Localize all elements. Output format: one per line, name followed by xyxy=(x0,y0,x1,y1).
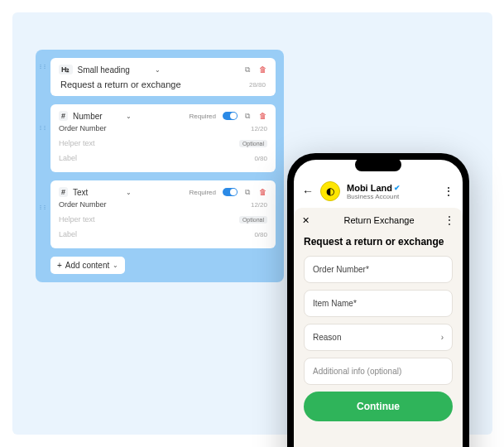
business-subtitle: Business Account xyxy=(347,193,401,200)
heading-block-card[interactable]: H₂ Small heading ⌄ ⧉ 🗑 Request a return … xyxy=(50,58,276,96)
editor-canvas: H₂ Small heading ⌄ ⧉ 🗑 Request a return … xyxy=(12,12,492,435)
drag-handle-icon[interactable] xyxy=(38,205,46,209)
char-counter: 12/20 xyxy=(251,201,267,209)
heading-level-badge: H₂ xyxy=(59,65,73,74)
phone-screen: ← ◐ Mobi Land ✔ Business Account ⋮ ✕ Ret… xyxy=(294,160,463,447)
chevron-down-icon[interactable]: ⌄ xyxy=(126,189,132,196)
chevron-right-icon: › xyxy=(441,333,444,342)
more-icon[interactable]: ⋮ xyxy=(443,185,454,198)
helper-text-input[interactable]: Helper text xyxy=(59,215,236,223)
drag-handle-icon[interactable] xyxy=(38,126,46,130)
trash-icon[interactable]: 🗑 xyxy=(257,65,267,74)
additional-info-field[interactable]: Additional info (optional) xyxy=(304,358,453,385)
copy-icon[interactable]: ⧉ xyxy=(242,65,252,74)
required-label: Required xyxy=(190,113,216,120)
char-counter: 28/80 xyxy=(249,81,266,89)
field-type-select[interactable]: Text xyxy=(73,188,121,197)
form-heading: Request a return or exchange xyxy=(304,236,453,248)
reason-select[interactable]: Reason › xyxy=(304,324,453,351)
required-toggle[interactable] xyxy=(223,112,238,120)
hash-icon: # xyxy=(59,111,68,121)
field-label-input[interactable]: Order Number xyxy=(59,200,251,209)
close-icon[interactable]: ✕ xyxy=(302,215,314,226)
field-type-select[interactable]: Number xyxy=(73,112,121,121)
add-content-button[interactable]: + Add content ⌄ xyxy=(50,257,125,274)
heading-text-input[interactable]: Request a return or exchange xyxy=(60,79,181,89)
placeholder-input[interactable]: Label xyxy=(59,154,254,162)
drag-handle-icon[interactable] xyxy=(38,65,46,69)
optional-chip: Optional xyxy=(239,216,267,223)
helper-text-input[interactable]: Helper text xyxy=(59,139,236,147)
add-content-label: Add content xyxy=(65,261,109,270)
copy-icon[interactable]: ⧉ xyxy=(242,187,252,197)
optional-chip: Optional xyxy=(239,140,267,147)
avatar[interactable]: ◐ xyxy=(320,181,340,201)
trash-icon[interactable]: 🗑 xyxy=(257,187,267,197)
trash-icon[interactable]: 🗑 xyxy=(257,111,267,121)
char-counter: 12/20 xyxy=(251,125,267,132)
continue-button[interactable]: Continue xyxy=(304,392,453,421)
number-field-card[interactable]: # Number ⌄ Required ⧉ 🗑 Order Number 12/… xyxy=(50,104,276,172)
chevron-down-icon[interactable]: ⌄ xyxy=(155,66,161,74)
chevron-down-icon[interactable]: ⌄ xyxy=(126,113,132,120)
required-label: Required xyxy=(190,189,216,196)
copy-icon[interactable]: ⧉ xyxy=(242,111,252,121)
required-toggle[interactable] xyxy=(223,188,238,196)
flow-title: Return Exchange xyxy=(314,215,444,225)
text-field-card[interactable]: # Text ⌄ Required ⧉ 🗑 Order Number 12/20… xyxy=(50,180,276,248)
verified-badge-icon: ✔ xyxy=(394,184,401,192)
form-builder-panel: H₂ Small heading ⌄ ⧉ 🗑 Request a return … xyxy=(36,50,284,282)
item-name-field[interactable]: Item Name* xyxy=(304,290,453,317)
plus-icon: + xyxy=(57,261,62,270)
heading-type-select[interactable]: Small heading xyxy=(78,65,150,74)
business-name: Mobi Land xyxy=(347,183,392,193)
chevron-down-icon: ⌄ xyxy=(113,262,118,269)
hash-icon: # xyxy=(59,187,68,197)
phone-notch xyxy=(355,158,401,171)
phone-frame: ← ◐ Mobi Land ✔ Business Account ⋮ ✕ Ret… xyxy=(287,153,469,447)
placeholder-input[interactable]: Label xyxy=(59,230,254,238)
back-arrow-icon[interactable]: ← xyxy=(302,185,314,198)
flow-sheet: ✕ Return Exchange ⋮ Request a return or … xyxy=(294,208,463,447)
more-icon[interactable]: ⋮ xyxy=(444,214,454,226)
field-label-input[interactable]: Order Number xyxy=(59,124,251,132)
char-counter: 0/80 xyxy=(254,231,267,238)
char-counter: 0/80 xyxy=(254,155,267,162)
order-number-field[interactable]: Order Number* xyxy=(304,256,453,283)
